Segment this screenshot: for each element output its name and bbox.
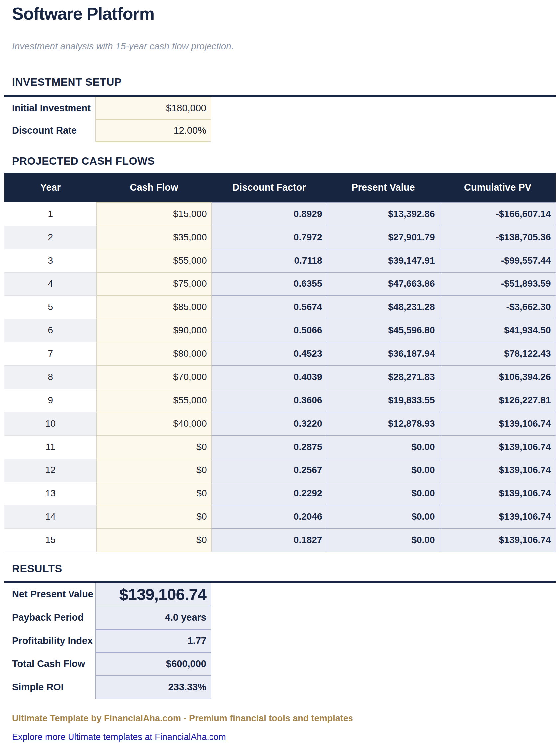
projected-cash-flows-heading: PROJECTED CASH FLOWS <box>12 155 560 167</box>
year-cell: 1 <box>4 202 96 226</box>
cash-flow-cell[interactable]: $55,000 <box>96 389 211 412</box>
discount-factor-cell: 0.4523 <box>211 342 327 365</box>
result-row-simple-roi: Simple ROI 233.33% <box>4 676 556 699</box>
column-header-cumulative-pv: Cumulative PV <box>440 173 556 202</box>
table-row: 2 $35,000 0.7972 $27,901.79 -$138,705.36 <box>4 226 556 249</box>
cashflow-table-body: 1 $15,000 0.8929 $13,392.86 -$166,607.14… <box>4 202 556 552</box>
table-row: 12 $0 0.2567 $0.00 $139,106.74 <box>4 459 556 482</box>
table-row: 7 $80,000 0.4523 $36,187.94 $78,122.43 <box>4 342 556 365</box>
year-cell: 15 <box>4 528 96 552</box>
table-row: 15 $0 0.1827 $0.00 $139,106.74 <box>4 528 556 552</box>
cash-flow-cell[interactable]: $0 <box>96 459 211 482</box>
discount-factor-cell: 0.3220 <box>211 412 327 435</box>
year-cell: 5 <box>4 295 96 319</box>
cash-flow-cell[interactable]: $0 <box>96 505 211 528</box>
table-row: 14 $0 0.2046 $0.00 $139,106.74 <box>4 505 556 528</box>
column-header-discount-factor: Discount Factor <box>211 173 327 202</box>
present-value-cell: $13,392.86 <box>327 202 440 226</box>
cash-flow-cell[interactable]: $40,000 <box>96 412 211 435</box>
discount-factor-cell: 0.8929 <box>211 202 327 226</box>
table-row: 1 $15,000 0.8929 $13,392.86 -$166,607.14 <box>4 202 556 226</box>
page-title: Software Platform <box>12 5 560 23</box>
present-value-cell: $45,596.80 <box>327 319 440 342</box>
total-cash-flow-label: Total Cash Flow <box>12 653 95 676</box>
discount-rate-label: Discount Rate <box>12 119 95 142</box>
result-row-npv: Net Present Value $139,106.74 <box>4 583 556 606</box>
result-row-total-cash-flow: Total Cash Flow $600,000 <box>4 653 556 676</box>
column-header-present-value: Present Value <box>327 173 440 202</box>
cumulative-pv-cell: $139,106.74 <box>440 505 556 528</box>
year-cell: 14 <box>4 505 96 528</box>
cumulative-pv-cell: -$51,893.59 <box>440 272 556 295</box>
profitability-index-label: Profitability Index <box>12 629 95 653</box>
initial-investment-input[interactable]: $180,000 <box>95 97 211 119</box>
cumulative-pv-cell: -$99,557.44 <box>440 249 556 272</box>
result-row-profitability: Profitability Index 1.77 <box>4 629 556 653</box>
cash-flow-table: Year Cash Flow Discount Factor Present V… <box>4 173 556 552</box>
present-value-cell: $48,231.28 <box>327 295 440 319</box>
results-heading: RESULTS <box>12 563 560 575</box>
table-row: 9 $55,000 0.3606 $19,833.55 $126,227.81 <box>4 389 556 412</box>
discount-factor-cell: 0.2046 <box>211 505 327 528</box>
footer-credit: Ultimate Template by FinancialAha.com - … <box>12 713 560 724</box>
year-cell: 8 <box>4 365 96 389</box>
net-present-value-output: $139,106.74 <box>95 583 211 606</box>
initial-investment-label: Initial Investment <box>12 97 95 119</box>
present-value-cell: $47,663.86 <box>327 272 440 295</box>
discount-factor-cell: 0.7972 <box>211 226 327 249</box>
year-cell: 7 <box>4 342 96 365</box>
table-row: 13 $0 0.2292 $0.00 $139,106.74 <box>4 482 556 505</box>
cash-flow-cell[interactable]: $15,000 <box>96 202 211 226</box>
present-value-cell: $27,901.79 <box>327 226 440 249</box>
cumulative-pv-cell: $106,394.26 <box>440 365 556 389</box>
cash-flow-cell[interactable]: $75,000 <box>96 272 211 295</box>
cash-flow-cell[interactable]: $85,000 <box>96 295 211 319</box>
cash-flow-cell[interactable]: $55,000 <box>96 249 211 272</box>
page-subtitle: Investment analysis with 15-year cash fl… <box>12 41 560 51</box>
cumulative-pv-cell: $139,106.74 <box>440 482 556 505</box>
year-cell: 10 <box>4 412 96 435</box>
table-header-row: Year Cash Flow Discount Factor Present V… <box>4 173 556 202</box>
cash-flow-cell[interactable]: $70,000 <box>96 365 211 389</box>
investment-setup-heading: INVESTMENT SETUP <box>12 76 560 88</box>
year-cell: 12 <box>4 459 96 482</box>
year-cell: 6 <box>4 319 96 342</box>
footer-link[interactable]: Explore more Ultimate templates at Finan… <box>12 732 226 742</box>
present-value-cell: $0.00 <box>327 482 440 505</box>
setup-row-discount-rate: Discount Rate 12.00% <box>4 119 556 142</box>
present-value-cell: $0.00 <box>327 528 440 552</box>
table-row: 4 $75,000 0.6355 $47,663.86 -$51,893.59 <box>4 272 556 295</box>
present-value-cell: $12,878.93 <box>327 412 440 435</box>
investment-setup-block: Initial Investment $180,000 Discount Rat… <box>4 95 556 142</box>
cumulative-pv-cell: -$3,662.30 <box>440 295 556 319</box>
table-row: 5 $85,000 0.5674 $48,231.28 -$3,662.30 <box>4 295 556 319</box>
simple-roi-label: Simple ROI <box>12 676 95 699</box>
cash-flow-cell[interactable]: $35,000 <box>96 226 211 249</box>
discount-factor-cell: 0.2875 <box>211 435 327 459</box>
present-value-cell: $28,271.83 <box>327 365 440 389</box>
payback-period-label: Payback Period <box>12 606 95 629</box>
discount-factor-cell: 0.7118 <box>211 249 327 272</box>
cash-flow-cell[interactable]: $0 <box>96 528 211 552</box>
cash-flow-cell[interactable]: $90,000 <box>96 319 211 342</box>
year-cell: 2 <box>4 226 96 249</box>
column-header-cash-flow: Cash Flow <box>96 173 211 202</box>
cumulative-pv-cell: $126,227.81 <box>440 389 556 412</box>
cash-flow-cell[interactable]: $80,000 <box>96 342 211 365</box>
table-row: 8 $70,000 0.4039 $28,271.83 $106,394.26 <box>4 365 556 389</box>
year-cell: 11 <box>4 435 96 459</box>
discount-rate-input[interactable]: 12.00% <box>95 119 211 142</box>
cumulative-pv-cell: $139,106.74 <box>440 459 556 482</box>
cumulative-pv-cell: $139,106.74 <box>440 528 556 552</box>
cash-flow-cell[interactable]: $0 <box>96 482 211 505</box>
present-value-cell: $0.00 <box>327 459 440 482</box>
cumulative-pv-cell: -$138,705.36 <box>440 226 556 249</box>
year-cell: 13 <box>4 482 96 505</box>
profitability-index-output: 1.77 <box>95 629 211 653</box>
cumulative-pv-cell: $139,106.74 <box>440 412 556 435</box>
payback-period-output: 4.0 years <box>95 606 211 629</box>
cash-flow-cell[interactable]: $0 <box>96 435 211 459</box>
table-row: 6 $90,000 0.5066 $45,596.80 $41,934.50 <box>4 319 556 342</box>
result-row-payback: Payback Period 4.0 years <box>4 606 556 629</box>
table-row: 3 $55,000 0.7118 $39,147.91 -$99,557.44 <box>4 249 556 272</box>
